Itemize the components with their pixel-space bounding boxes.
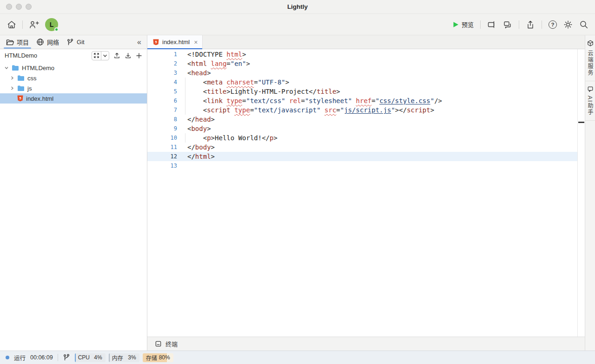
line-number: 7 [147, 105, 177, 115]
chevron-down-icon[interactable] [4, 65, 9, 70]
code-text: <title>Lightly-HTML-Project</title> [187, 87, 340, 96]
code-line[interactable]: 1<!DOCTYPE html> [147, 50, 577, 59]
minimize-window-button[interactable] [16, 4, 22, 10]
code-text: </head> [187, 115, 215, 124]
chevron-right-icon[interactable] [9, 86, 14, 91]
line-number: 6 [147, 96, 177, 105]
code-line[interactable]: 11</body> [147, 143, 577, 152]
expand-tree-control[interactable] [92, 51, 109, 60]
git-status-button[interactable] [63, 354, 70, 361]
sidebar-tabs: 项目 网络 Git [0, 35, 147, 49]
add-user-button[interactable] [28, 20, 40, 29]
code-line[interactable]: 8</head> [147, 115, 577, 124]
line-number: 1 [147, 50, 177, 59]
line-number: 3 [147, 68, 177, 78]
tree-item[interactable]: css [0, 73, 147, 83]
tree-item-label: HTMLDemo [22, 65, 54, 72]
expand-all-icon[interactable] [92, 52, 101, 60]
project-panel-header: HTMLDemo [0, 49, 147, 62]
panel-toggle-button[interactable] [487, 20, 496, 29]
run-time: 00:06:09 [30, 354, 53, 361]
indent-guide [185, 133, 185, 143]
code-line[interactable]: 7 <script type="text/javascript" src="js… [147, 105, 577, 115]
scrollbar-marker [578, 122, 584, 123]
code-text: <body> [187, 124, 211, 133]
tree-item[interactable]: js [0, 83, 147, 93]
tree-item-label: index.html [26, 95, 53, 102]
status-meter: 内存3% [109, 353, 139, 362]
search-button[interactable] [579, 20, 588, 29]
settings-button[interactable] [563, 20, 573, 29]
expand-options-chevron[interactable] [101, 52, 109, 60]
strip-divider [585, 81, 595, 81]
line-number: 10 [147, 133, 177, 143]
comments-icon [503, 20, 512, 29]
terminal-bar[interactable]: 终端 [147, 337, 585, 351]
code-line[interactable]: 5 <title>Lightly-HTML-Project</title> [147, 87, 577, 96]
share-button[interactable] [526, 20, 535, 29]
help-button[interactable]: ? [549, 20, 557, 29]
tab-project[interactable]: 项目 [4, 35, 31, 49]
gear-icon [563, 20, 573, 29]
code-text: <script type="text/javascript" src="js/s… [187, 105, 434, 115]
upload-file-button[interactable] [113, 52, 120, 59]
avatar[interactable]: L [45, 18, 58, 31]
close-window-button[interactable] [6, 4, 12, 10]
line-number: 5 [147, 87, 177, 96]
app-window: Lightly L [0, 0, 595, 364]
resource-meters: CPU4%内存3%存储80% [75, 353, 173, 362]
tree-item[interactable]: 5index.html [0, 93, 147, 104]
line-number: 2 [147, 59, 177, 68]
download-file-button[interactable] [125, 52, 132, 59]
collapse-sidebar-button[interactable]: « [137, 38, 143, 46]
cloud-services-label: 云端服务 [586, 50, 594, 76]
toolbar-divider [519, 20, 519, 29]
traffic-lights [6, 4, 32, 10]
home-button[interactable] [7, 20, 17, 29]
preview-button[interactable]: 预览 [453, 20, 474, 29]
code-line[interactable]: 6 <link type="text/css" rel="stylesheet"… [147, 96, 577, 105]
zoom-window-button[interactable] [26, 4, 32, 10]
status-bar: 运行 00:06:09 CPU4%内存3%存储80% [0, 351, 595, 364]
run-label: 运行 [14, 353, 26, 362]
meter-value: 3% [128, 354, 136, 361]
meter-label: CPU [78, 354, 90, 361]
code-line[interactable]: 10 <p>Hello World!</p> [147, 133, 577, 143]
folder-icon [17, 75, 25, 81]
tree-item[interactable]: HTMLDemo [0, 63, 147, 73]
sidebar: 项目 网络 Git [0, 35, 147, 351]
comments-button[interactable] [503, 20, 512, 29]
meter-fill [75, 353, 76, 362]
editor-scrollbar[interactable] [577, 49, 585, 337]
new-file-button[interactable] [136, 52, 142, 59]
line-number: 8 [147, 115, 177, 124]
editor-tab-index-html[interactable]: 5 index.html × [147, 35, 203, 49]
globe-icon [36, 38, 44, 46]
html-file-icon: 5 [153, 39, 159, 46]
share-icon [526, 20, 535, 29]
chevron-right-icon[interactable] [9, 76, 14, 80]
tab-git[interactable]: Git [64, 35, 87, 49]
cloud-services-button[interactable]: 云端服务 [586, 40, 594, 76]
code-line[interactable]: 3<head> [147, 68, 577, 78]
code-line[interactable]: 4 <meta charset="UTF-8"> [147, 78, 577, 87]
line-number: 12 [147, 152, 177, 161]
statusbar-divider [58, 354, 58, 361]
ai-assistant-button[interactable]: AI助手 [586, 86, 594, 116]
code-line[interactable]: 13 [147, 161, 577, 170]
git-branch-icon [63, 354, 70, 361]
help-icon: ? [551, 22, 554, 27]
code-editor[interactable]: 1<!DOCTYPE html>2<html lang="en">3<head>… [147, 49, 585, 337]
code-line[interactable]: 12</html> [147, 152, 577, 161]
line-number: 11 [147, 143, 177, 152]
close-tab-icon[interactable]: × [194, 39, 198, 46]
code-text: <meta charset="UTF-8"> [187, 78, 289, 87]
tab-network-label: 网络 [47, 38, 59, 46]
code-line[interactable]: 2<html lang="en"> [147, 59, 577, 68]
editor-tab-label: index.html [162, 39, 190, 46]
code-line[interactable]: 9<body> [147, 124, 577, 133]
folder-icon [12, 65, 19, 71]
meter-label: 存储 [146, 354, 157, 362]
tab-network[interactable]: 网络 [34, 35, 61, 49]
collapse-icon: « [137, 38, 141, 46]
